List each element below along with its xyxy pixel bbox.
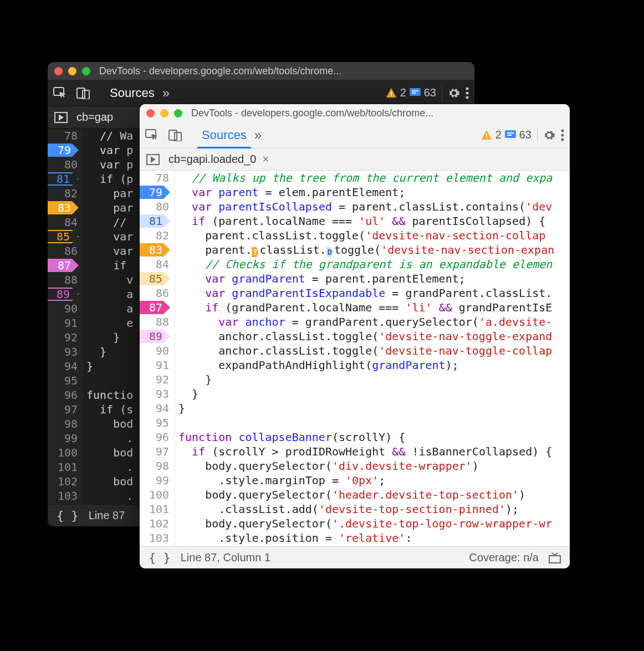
line-number[interactable]: 90	[140, 344, 169, 358]
gear-icon[interactable]	[543, 129, 555, 141]
breakpoint-marker[interactable]: 89	[48, 288, 79, 301]
line-number[interactable]: 102	[140, 516, 169, 531]
code-line[interactable]: if (scrollY > prodIDRowHeight && !isBann…	[178, 444, 570, 459]
minimize-icon[interactable]	[160, 109, 168, 117]
format-icon[interactable]: { }	[57, 509, 79, 522]
code-line[interactable]	[178, 416, 570, 430]
line-number[interactable]: 83	[48, 201, 78, 215]
line-number[interactable]: 100	[140, 488, 169, 502]
line-number[interactable]: 80	[140, 199, 169, 214]
line-number[interactable]: 83	[140, 243, 169, 257]
zoom-icon[interactable]	[174, 109, 182, 117]
code-editor[interactable]: 7879808182838485868788899091929394959697…	[140, 171, 570, 546]
line-number[interactable]: 97	[140, 444, 169, 459]
line-number[interactable]: 98	[140, 459, 169, 473]
code-line[interactable]: var grandParentIsExpandable = grandParen…	[178, 286, 570, 300]
file-tab[interactable]: cb=gap	[76, 111, 113, 124]
code-line[interactable]: body.querySelector('div.devsite-wrapper'…	[178, 459, 570, 473]
code-line[interactable]: }	[178, 372, 570, 387]
line-gutter[interactable]: 7879808182838485868788899091929394959697…	[140, 171, 175, 546]
debugger-pane-icon[interactable]	[146, 154, 160, 165]
code-line[interactable]: // Walks up the tree from the current el…	[178, 171, 570, 185]
line-number[interactable]: 93	[48, 345, 78, 359]
line-number[interactable]: 98	[48, 417, 78, 431]
line-number[interactable]: 92	[140, 372, 169, 387]
breakpoint-marker[interactable]: 79	[48, 143, 79, 157]
breakpoint-marker[interactable]: 89	[140, 330, 170, 343]
line-number[interactable]: 87	[140, 300, 169, 315]
code-line[interactable]: if (parent.localName === 'ul' && parentI…	[178, 214, 570, 228]
code-line[interactable]: if (grandParent.localName === 'li' && gr…	[178, 300, 570, 315]
file-tab[interactable]: cb=gapi.loaded_0 ×	[168, 153, 269, 166]
line-number[interactable]: 93	[140, 387, 169, 401]
line-number[interactable]: 84	[48, 215, 78, 229]
code-line[interactable]: .classList.add('devsite-top-section-pinn…	[178, 502, 570, 516]
code-line[interactable]: var grandParent = parent.parentElement;	[178, 271, 570, 286]
line-number[interactable]: 101	[140, 502, 169, 516]
line-number[interactable]: 86	[140, 286, 169, 300]
console-counters[interactable]: 2 63	[481, 129, 531, 141]
code-line[interactable]: }	[178, 401, 570, 416]
line-number[interactable]: 92	[48, 330, 78, 345]
line-number[interactable]: 89	[140, 329, 169, 344]
breakpoint-marker[interactable]: 85	[140, 272, 170, 285]
line-number[interactable]: 96	[140, 430, 169, 444]
breakpoint-marker[interactable]: 83	[140, 243, 170, 257]
gear-icon[interactable]	[448, 87, 460, 99]
breakpoint-marker[interactable]: 83	[48, 201, 79, 214]
line-number[interactable]: 88	[48, 273, 78, 287]
kebab-icon[interactable]	[466, 87, 469, 99]
zoom-icon[interactable]	[82, 67, 90, 75]
line-number[interactable]: 91	[140, 358, 169, 372]
line-number[interactable]: 91	[48, 316, 78, 330]
titlebar[interactable]: DevTools - developers.google.com/web/too…	[48, 62, 474, 80]
breakpoint-marker[interactable]: 85	[48, 230, 79, 243]
line-number[interactable]: 88	[140, 315, 169, 329]
code-line[interactable]: // Checks if the grandparent is an expan…	[178, 257, 570, 271]
close-icon[interactable]	[54, 67, 63, 75]
breakpoint-marker[interactable]: 87	[140, 301, 170, 314]
debugger-pane-icon[interactable]	[54, 112, 68, 123]
code-line[interactable]: var parent = elem.parentElement;	[178, 185, 570, 199]
line-number[interactable]: 103	[140, 531, 169, 545]
line-number[interactable]: 90	[48, 301, 78, 316]
line-number[interactable]: 85	[48, 229, 78, 244]
line-number[interactable]: 94	[140, 401, 169, 416]
line-number[interactable]: 78	[140, 171, 169, 185]
code-line[interactable]: .style.marginTop = '0px';	[178, 473, 570, 488]
code-content[interactable]: // Walks up the tree from the current el…	[175, 171, 570, 546]
code-line[interactable]: function collapseBanner(scrollY) {	[178, 430, 570, 444]
code-line[interactable]: }	[178, 387, 570, 401]
more-tabs-icon[interactable]: »	[254, 127, 262, 143]
code-line[interactable]: .style.position = 'relative':	[178, 531, 570, 545]
line-number[interactable]: 99	[140, 473, 169, 488]
console-counters[interactable]: 2 63	[386, 86, 436, 99]
code-line[interactable]: parent.classList.toggle('devsite-nav-sec…	[178, 228, 570, 243]
kebab-icon[interactable]	[561, 129, 564, 141]
breakpoint-marker[interactable]: 81	[48, 172, 79, 186]
line-number[interactable]: 102	[48, 474, 78, 489]
line-number[interactable]: 81	[140, 214, 169, 228]
show-drawer-icon[interactable]	[549, 552, 561, 563]
line-number[interactable]: 96	[48, 388, 78, 402]
code-line[interactable]: var anchor = grandParent.querySelector('…	[178, 315, 570, 329]
code-line[interactable]: expandPathAndHighlight(grandParent);	[178, 358, 570, 372]
line-number[interactable]: 94	[48, 359, 78, 373]
code-line[interactable]: body.querySelector('.devsite-top-logo-ro…	[178, 516, 570, 531]
line-gutter[interactable]: 7879808182838485868788899091929394959697…	[48, 129, 83, 504]
line-number[interactable]: 101	[48, 460, 78, 474]
device-toggle-icon[interactable]	[76, 87, 90, 99]
line-number[interactable]: 99	[48, 431, 78, 445]
tab-sources[interactable]: Sources	[194, 122, 254, 148]
line-number[interactable]: 78	[48, 129, 78, 143]
inspect-icon[interactable]	[53, 87, 67, 99]
minimize-icon[interactable]	[68, 67, 76, 75]
line-number[interactable]: 82	[48, 186, 78, 201]
line-number[interactable]: 103	[48, 489, 78, 503]
code-line[interactable]: parent.?classList.Dtoggle('devsite-nav-s…	[178, 243, 570, 257]
line-number[interactable]: 80	[48, 157, 78, 172]
line-number[interactable]: 85	[140, 271, 169, 286]
close-tab-icon[interactable]: ×	[263, 153, 269, 165]
code-line[interactable]: var parentIsCollapsed = parent.classList…	[178, 199, 570, 214]
code-line[interactable]: body.querySelector('header.devsite-top-s…	[178, 488, 570, 502]
